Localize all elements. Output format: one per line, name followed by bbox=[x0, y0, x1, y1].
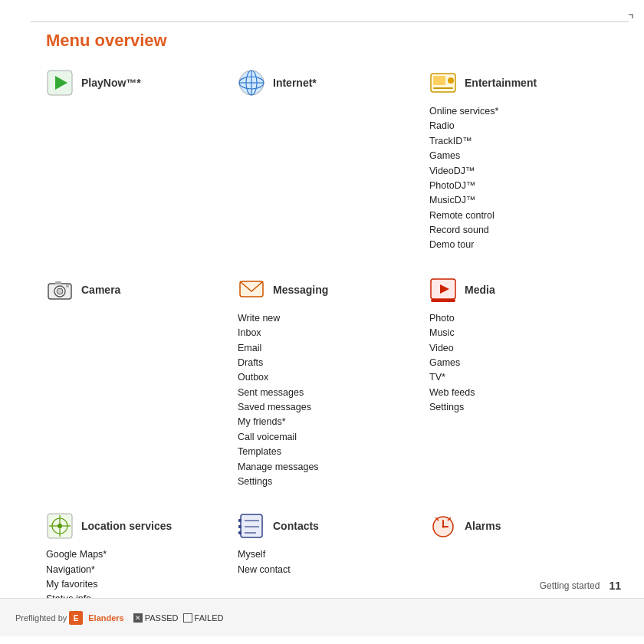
list-item: PhotoDJ™ bbox=[429, 179, 613, 193]
section-header-alarms: Alarms bbox=[429, 512, 613, 540]
section-messaging: MessagingWrite newInboxEmailDraftsOutbox… bbox=[238, 276, 429, 513]
internet-icon bbox=[238, 69, 265, 97]
page-label: Getting started bbox=[540, 580, 600, 591]
menu-grid: PlayNow™*Internet*EntertainmentOnline se… bbox=[46, 69, 621, 644]
list-item: MusicDJ™ bbox=[429, 193, 613, 208]
passed-status: ✕ PASSED bbox=[133, 613, 179, 623]
svg-rect-9 bbox=[433, 76, 445, 85]
elanders-icon: E bbox=[69, 611, 83, 625]
section-title-media: Media bbox=[465, 284, 495, 296]
list-item: Email bbox=[238, 341, 422, 356]
list-item: Settings bbox=[429, 400, 613, 415]
section-header-playnow: PlayNow™* bbox=[46, 69, 230, 97]
svg-rect-29 bbox=[238, 531, 242, 534]
list-item: Write new bbox=[238, 311, 422, 326]
corner-mark-tr bbox=[629, 14, 633, 18]
list-item: Video bbox=[429, 341, 613, 356]
footer: Preflighted by E Elanders ✕ PASSED FAILE… bbox=[0, 598, 644, 636]
list-item: Drafts bbox=[238, 356, 422, 370]
failed-status: FAILED bbox=[183, 613, 224, 623]
list-item: Demo tour bbox=[429, 238, 613, 252]
list-item: Outbox bbox=[238, 370, 422, 385]
svg-rect-20 bbox=[431, 299, 455, 302]
svg-rect-11 bbox=[433, 87, 453, 89]
list-item: Inbox bbox=[238, 326, 422, 340]
alarms-icon bbox=[429, 512, 457, 540]
section-items-messaging: Write newInboxEmailDraftsOutboxSent mess… bbox=[238, 311, 422, 490]
camera-icon bbox=[46, 276, 74, 304]
section-media: MediaPhotoMusicVideoGamesTV*Web feedsSet… bbox=[429, 276, 621, 513]
messaging-icon bbox=[238, 276, 265, 304]
list-item: Manage messages bbox=[238, 460, 422, 475]
svg-point-14 bbox=[57, 288, 63, 294]
section-camera: Camera bbox=[46, 276, 238, 513]
location-icon bbox=[46, 512, 74, 540]
svg-point-10 bbox=[448, 77, 454, 84]
page-title: Menu overview bbox=[46, 31, 621, 51]
svg-rect-15 bbox=[55, 281, 61, 284]
section-title-entertainment: Entertainment bbox=[465, 77, 537, 89]
list-item: TV* bbox=[429, 370, 613, 385]
contacts-icon bbox=[238, 512, 265, 540]
section-header-camera: Camera bbox=[46, 276, 230, 304]
section-title-messaging: Messaging bbox=[273, 284, 328, 296]
list-item: Myself bbox=[238, 547, 422, 562]
list-item: Google Maps* bbox=[46, 547, 230, 562]
section-items-entertainment: Online services*RadioTrackID™GamesVideoD… bbox=[429, 104, 613, 253]
section-header-internet: Internet* bbox=[238, 69, 422, 97]
list-item: Settings bbox=[238, 475, 422, 489]
section-title-camera: Camera bbox=[81, 284, 120, 296]
section-title-internet: Internet* bbox=[273, 77, 317, 89]
border-top bbox=[31, 21, 629, 22]
svg-point-36 bbox=[442, 526, 445, 528]
list-item: New contact bbox=[238, 563, 422, 577]
svg-rect-27 bbox=[238, 519, 242, 522]
list-item: Record sound bbox=[429, 223, 613, 238]
failed-label: FAILED bbox=[195, 613, 224, 623]
section-items-media: PhotoMusicVideoGamesTV*Web feedsSettings bbox=[429, 311, 613, 416]
svg-rect-28 bbox=[238, 525, 242, 528]
section-internet: Internet* bbox=[238, 69, 429, 276]
list-item: Call voicemail bbox=[238, 430, 422, 445]
list-item: Navigation* bbox=[46, 563, 230, 577]
list-item: Games bbox=[429, 356, 613, 370]
section-title-playnow: PlayNow™* bbox=[81, 77, 141, 89]
list-item: Remote control bbox=[429, 209, 613, 223]
section-playnow: PlayNow™* bbox=[46, 69, 238, 276]
entertainment-icon bbox=[429, 69, 457, 97]
failed-checkbox bbox=[183, 613, 192, 623]
preflight-label: Preflighted by bbox=[15, 613, 67, 623]
elanders-brand: Elanders bbox=[88, 613, 123, 623]
page-number: 11 bbox=[609, 580, 621, 592]
media-icon bbox=[429, 276, 457, 304]
list-item: Music bbox=[429, 326, 613, 340]
section-header-contacts: Contacts bbox=[238, 512, 422, 540]
list-item: Sent messages bbox=[238, 386, 422, 400]
section-title-contacts: Contacts bbox=[273, 520, 319, 532]
section-header-location: Location services bbox=[46, 512, 230, 540]
page-content: Menu overview PlayNow™*Internet*Entertai… bbox=[46, 31, 621, 594]
list-item: My friends* bbox=[238, 415, 422, 429]
list-item: Photo bbox=[429, 311, 613, 326]
passed-checkbox: ✕ bbox=[133, 613, 143, 623]
list-item: My favorites bbox=[46, 577, 230, 592]
list-item: Web feeds bbox=[429, 386, 613, 400]
section-header-media: Media bbox=[429, 276, 613, 304]
list-item: Games bbox=[429, 149, 613, 163]
list-item: Templates bbox=[238, 445, 422, 459]
svg-point-25 bbox=[58, 524, 62, 528]
list-item: TrackID™ bbox=[429, 134, 613, 149]
section-title-location: Location services bbox=[81, 520, 172, 532]
list-item: Radio bbox=[429, 119, 613, 133]
section-title-alarms: Alarms bbox=[465, 520, 501, 532]
section-items-contacts: MyselfNew contact bbox=[238, 547, 422, 577]
section-header-messaging: Messaging bbox=[238, 276, 422, 304]
page-number-area: Getting started 11 bbox=[540, 580, 621, 592]
list-item: Saved messages bbox=[238, 400, 422, 415]
playnow-icon bbox=[46, 69, 74, 97]
section-header-entertainment: Entertainment bbox=[429, 69, 613, 97]
list-item: Online services* bbox=[429, 104, 613, 119]
passed-label: PASSED bbox=[145, 613, 179, 623]
svg-text:E: E bbox=[74, 614, 79, 623]
list-item: VideoDJ™ bbox=[429, 164, 613, 179]
